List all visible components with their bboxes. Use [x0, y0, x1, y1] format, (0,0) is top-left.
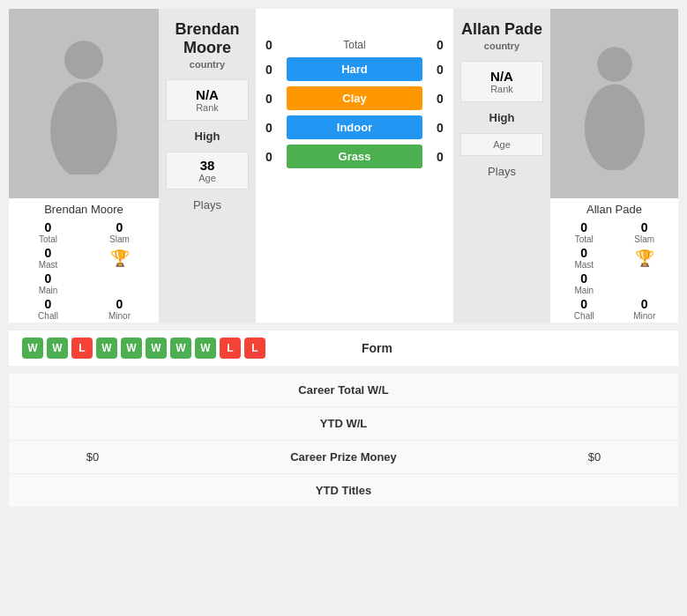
left-plays-label: Plays: [190, 195, 225, 215]
right-clay-score: 0: [427, 92, 453, 106]
left-minor-stat: 0 Minor: [85, 297, 154, 321]
form-badge-8: L: [220, 338, 241, 359]
form-badge-4: W: [121, 338, 142, 359]
main-container: Brendan Moore 0 Total 0 Slam 0 Mast 🏆: [0, 0, 687, 516]
left-trophy-area: 🏆: [85, 246, 154, 270]
left-slam-stat: 0 Slam: [85, 220, 154, 244]
form-badge-2: L: [71, 338, 93, 359]
form-section: WWLWWWWWLL Form: [9, 330, 678, 366]
right-player-name-label: Allan Pade: [550, 198, 678, 220]
form-badge-0: W: [22, 338, 43, 359]
left-top-stats: 0 Total 0 Slam 0 Mast 🏆 0 Main: [9, 220, 159, 295]
total-surface-label: Total: [287, 39, 422, 51]
prize-money-row: $0 Career Prize Money $0: [9, 440, 678, 473]
right-total-stat: 0 Total: [555, 220, 614, 244]
left-high-label: High: [191, 126, 224, 146]
left-grass-score: 0: [256, 150, 282, 164]
left-silhouette-icon: [40, 33, 128, 174]
form-badges: WWLWWWWWLL: [22, 338, 265, 359]
left-rank-box: N/A Rank: [166, 79, 249, 121]
left-mast-stat: 0 Mast: [13, 246, 83, 270]
right-player-photo-col: Allan Pade 0 Total 0 Slam 0 Mast 🏆: [550, 9, 678, 323]
ytd-wl-row: YTD W/L: [9, 406, 678, 440]
left-clay-score: 0: [256, 92, 282, 106]
right-mast-stat: 0 Mast: [555, 246, 614, 270]
left-player-photo: [9, 9, 159, 198]
grass-row: 0 Grass 0: [256, 142, 453, 171]
form-badge-1: W: [47, 338, 68, 359]
right-trophy-icon: 🏆: [635, 249, 654, 268]
clay-button[interactable]: Clay: [287, 86, 422, 110]
right-chall-stat: 0 Chall: [555, 297, 614, 321]
hard-button[interactable]: Hard: [287, 57, 422, 81]
right-minor-stat: 0 Minor: [616, 297, 675, 321]
hard-row: 0 Hard 0: [256, 55, 453, 84]
right-stats-panel: Allan Pade country N/A Rank High Age Pla…: [453, 9, 550, 323]
left-player-photo-col: Brendan Moore 0 Total 0 Slam 0 Mast 🏆: [9, 9, 159, 323]
left-indoor-score: 0: [256, 121, 282, 135]
form-badge-6: W: [170, 338, 191, 359]
form-badge-3: W: [96, 338, 117, 359]
right-slam-stat: 0 Slam: [616, 220, 675, 244]
form-badge-7: W: [195, 338, 216, 359]
right-top-stats: 0 Total 0 Slam 0 Mast 🏆 0 Main: [550, 220, 678, 295]
right-player-photo: [550, 9, 678, 198]
right-main-stat: 0 Main: [555, 271, 614, 295]
left-main-stat: 0 Main: [13, 271, 83, 295]
svg-point-1: [50, 82, 117, 174]
left-stats-panel: Brendan Moore country N/A Rank High 38 A…: [159, 9, 256, 323]
form-badge-5: W: [146, 338, 167, 359]
right-hard-score: 0: [427, 63, 453, 77]
ytd-titles-row: YTD Titles: [9, 473, 678, 507]
indoor-button[interactable]: Indoor: [287, 115, 422, 139]
clay-row: 0 Clay 0: [256, 84, 453, 113]
svg-point-3: [584, 84, 644, 170]
right-country-flag: country: [461, 41, 542, 51]
left-total-score: 0: [256, 38, 282, 52]
right-bottom-stats: 0 Chall 0 Minor: [550, 295, 678, 323]
bottom-stats-rows: Career Total W/L YTD W/L $0 Career Prize…: [9, 373, 678, 507]
left-player-name-label: Brendan Moore: [9, 198, 159, 220]
left-age-box: 38 Age: [166, 152, 249, 189]
right-player-name: Allan Pade country: [461, 16, 542, 56]
left-player-name: Brendan Moore country: [166, 16, 249, 74]
indoor-row: 0 Indoor 0: [256, 113, 453, 142]
right-silhouette-icon: [575, 38, 654, 170]
form-badge-9: L: [244, 338, 265, 359]
left-country-flag: country: [166, 59, 249, 70]
right-plays-label: Plays: [484, 161, 519, 182]
right-total-score: 0: [427, 38, 453, 52]
total-row: 0 Total 0: [256, 35, 453, 55]
right-grass-score: 0: [427, 150, 453, 164]
left-bottom-stats: 0 Chall 0 Minor: [9, 295, 159, 323]
svg-point-2: [597, 47, 632, 82]
left-total-stat: 0 Total: [13, 220, 83, 244]
right-age-box: Age: [460, 133, 543, 156]
right-high-label: High: [486, 108, 519, 128]
right-trophy-area: 🏆: [616, 246, 675, 270]
center-surfaces-section: 0 Total 0 0 Hard 0 0 Clay 0 0 Indoor 0: [256, 9, 453, 323]
left-trophy-icon: 🏆: [110, 249, 130, 268]
career-total-row: Career Total W/L: [9, 373, 678, 406]
right-indoor-score: 0: [427, 121, 453, 135]
right-rank-box: N/A Rank: [460, 61, 543, 102]
grass-button[interactable]: Grass: [287, 145, 422, 168]
left-hard-score: 0: [256, 63, 282, 77]
form-label: Form: [269, 341, 485, 355]
left-chall-stat: 0 Chall: [13, 297, 83, 321]
comparison-area: Brendan Moore 0 Total 0 Slam 0 Mast 🏆: [9, 9, 678, 323]
svg-point-0: [64, 41, 103, 79]
